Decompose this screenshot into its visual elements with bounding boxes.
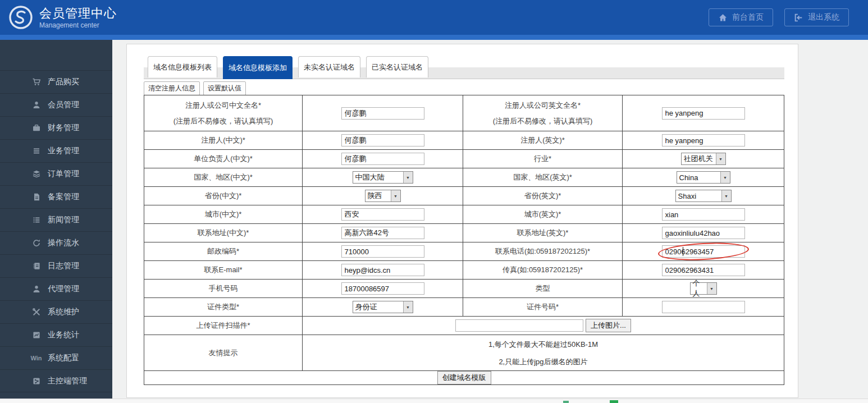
logs-icon (31, 262, 41, 271)
header-accent-strip (0, 35, 868, 40)
city-en-input[interactable] (662, 208, 745, 221)
chevron-down-icon: ▼ (707, 283, 716, 294)
id-number-input[interactable] (662, 301, 745, 313)
field-label: 上传证件扫描件* (144, 317, 303, 335)
news-icon (31, 216, 41, 225)
type-select[interactable]: 个人 ▼ (690, 282, 717, 295)
field-cell (303, 280, 463, 298)
sidebar-item-system-config[interactable]: Win 系统配置 (0, 346, 112, 369)
set-defaults-button[interactable]: 设置默认值 (203, 81, 246, 95)
sidebar-item-master-console[interactable]: 主控端管理 (0, 369, 112, 392)
sidebar-item-agent-management[interactable]: 代理管理 (0, 277, 112, 300)
contact-phone-wrap (662, 245, 745, 258)
field-cell: 中国大陆 ▼ (303, 168, 463, 187)
field-cell: 陕西 ▼ (303, 187, 463, 205)
field-label: 邮政编码* (144, 242, 303, 261)
sidebar-item-member-management[interactable]: 会员管理 (0, 93, 112, 116)
table-row: 城市(中文)* 城市(英文)* (144, 205, 784, 224)
contact-phone-input[interactable] (662, 245, 745, 258)
field-label: 联系地址(英文)* (463, 224, 623, 242)
sidebar-item-business-management[interactable]: 业务管理 (0, 139, 112, 162)
id-type-select[interactable]: 身份证 ▼ (353, 301, 413, 313)
footer-cropped-icon (563, 401, 569, 403)
front-home-button[interactable]: 前台首页 (709, 8, 773, 26)
field-label: 证件号码* (463, 298, 623, 317)
field-cell (623, 298, 784, 317)
unit-head-cn-input[interactable] (341, 153, 424, 165)
brand-text: 会员管理中心 Management center (39, 6, 117, 29)
field-label: 省份(中文)* (144, 187, 303, 205)
console-icon (31, 376, 41, 386)
sidebar-item-finance-management[interactable]: 财务管理 (0, 116, 112, 139)
logout-icon (794, 13, 803, 22)
chevron-down-icon: ▼ (403, 172, 413, 183)
table-row: 友情提示 1,每个文件最大不能超过50KB-1M 2,只能上传jpg后缀名的图片 (144, 335, 784, 371)
domain-template-form-table: 注册人或公司中文全名* (注册后不易修改，请认真填写) 注册人或公司英文全名* … (144, 95, 784, 385)
fax-input[interactable] (662, 264, 745, 276)
field-cell: Shaxi ▼ (623, 187, 784, 205)
sidebar-item-news-management[interactable]: 新闻管理 (0, 208, 112, 231)
sidebar-item-operation-flow[interactable]: 操作流水 (0, 231, 112, 254)
chevron-down-icon: ▼ (721, 190, 731, 202)
field-label: 国家、地区(英文)* (463, 168, 623, 187)
upload-control: 上传图片... (455, 319, 631, 332)
field-cell (623, 205, 784, 224)
table-row: 联系地址(中文)* 联系地址(英文)* (144, 224, 784, 242)
field-label: 联系地址(中文)* (144, 224, 303, 242)
registrant-cn-input[interactable] (341, 134, 424, 146)
sidebar-item-filing-management[interactable]: 备案管理 (0, 185, 112, 208)
city-cn-input[interactable] (341, 208, 424, 221)
upload-filename-input[interactable] (455, 319, 583, 332)
country-en-select[interactable]: China ▼ (677, 171, 730, 184)
registrant-cn-fullname-input[interactable] (341, 107, 424, 120)
footer-strip (0, 399, 868, 403)
field-cell (623, 242, 784, 261)
sidebar-item-order-management[interactable]: 订单管理 (0, 162, 112, 185)
address-en-input[interactable] (662, 227, 745, 239)
logout-button[interactable]: 退出系统 (784, 8, 849, 26)
province-en-select[interactable]: Shaxi ▼ (675, 190, 732, 202)
chevron-down-icon: ▼ (391, 190, 400, 202)
tab-verified-domains[interactable]: 已实名认证域名 (366, 56, 428, 77)
orders-icon (31, 170, 41, 179)
sidebar-item-system-maintenance[interactable]: 系统维护 (0, 300, 112, 323)
table-row: 邮政编码* 联系电话(如:059187202125)* (144, 242, 784, 261)
field-cell (623, 95, 784, 131)
field-label: 友情提示 (144, 335, 303, 371)
tab-domain-template-list[interactable]: 域名信息模板列表 (148, 56, 217, 77)
registrant-en-fullname-input[interactable] (662, 107, 745, 120)
industry-select[interactable]: 社团机关 ▼ (681, 153, 726, 165)
sidebar-item-log-management[interactable]: 日志管理 (0, 254, 112, 277)
field-cell (303, 150, 463, 168)
address-cn-input[interactable] (341, 227, 424, 239)
table-row: 国家、地区(中文)* 中国大陆 ▼ 国家、地区(英文)* China ▼ (144, 168, 784, 187)
tab-domain-template-add[interactable]: 域名信息模板添加 (223, 56, 293, 79)
field-label: 类型 (463, 280, 623, 298)
province-cn-select[interactable]: 陕西 ▼ (365, 190, 401, 202)
submit-cell: 创建域名模版 (144, 371, 784, 385)
table-row: 上传证件扫描件* 上传图片... (144, 317, 784, 335)
upload-image-button[interactable]: 上传图片... (586, 319, 631, 332)
contact-email-input[interactable] (341, 264, 424, 276)
tab-unverified-domains[interactable]: 未实名认证域名 (298, 56, 360, 77)
field-cell (303, 224, 463, 242)
tip-line-2: 2,只能上传jpg后缀名的图片 (303, 353, 784, 370)
field-cell (303, 261, 463, 280)
member-icon (31, 100, 41, 110)
clear-registrant-button[interactable]: 清空注册人信息 (144, 81, 200, 95)
country-cn-select[interactable]: 中国大陆 ▼ (353, 171, 413, 184)
sidebar-item-product-purchase[interactable]: 产品购买 (0, 70, 112, 93)
header: 会员管理中心 Management center 前台首页 退出系统 (0, 0, 868, 35)
sidebar-menu: 产品购买 会员管理 财务管理 业务管理 订单管理 (0, 70, 112, 392)
table-row: 证件类型* 身份证 ▼ 证件号码* (144, 298, 784, 317)
table-row: 注册人或公司中文全名* (注册后不易修改，请认真填写) 注册人或公司英文全名* … (144, 95, 784, 131)
mobile-input[interactable] (341, 282, 424, 295)
field-label: 注册人或公司中文全名* (注册后不易修改，请认真填写) (144, 95, 303, 131)
create-domain-template-button[interactable]: 创建域名模版 (437, 371, 491, 384)
postal-code-input[interactable] (341, 245, 424, 258)
sidebar-item-business-statistics[interactable]: 业务统计 (0, 323, 112, 346)
field-label: 注册人(中文)* (144, 131, 303, 150)
registrant-en-input[interactable] (662, 134, 745, 146)
tab-bar: 域名信息模板列表 域名信息模板添加 未实名认证域名 已实名认证域名 (144, 56, 784, 79)
field-cell (303, 205, 463, 224)
